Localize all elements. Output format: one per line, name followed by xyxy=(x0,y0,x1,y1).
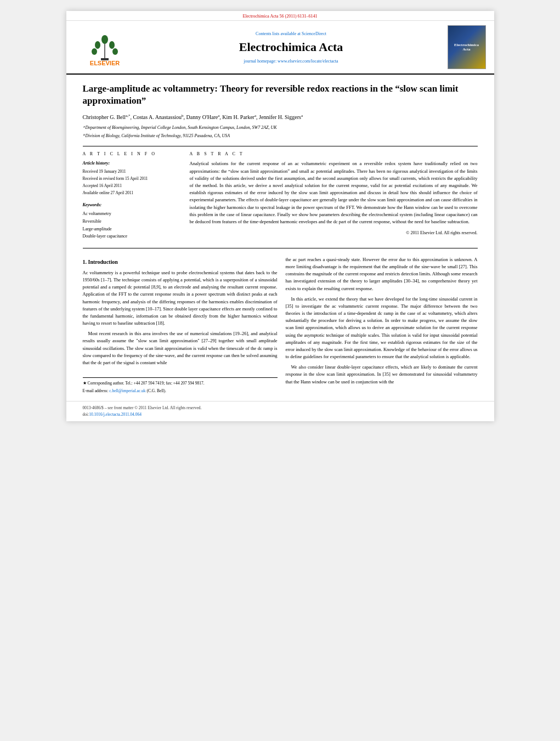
svg-point-6 xyxy=(112,48,118,55)
article-info-block: Article history: Received 19 January 201… xyxy=(83,160,182,196)
keywords-label: Keywords: xyxy=(83,202,182,208)
svg-point-4 xyxy=(109,41,115,49)
body-right-column: the ac part reaches a quasi-steady state… xyxy=(286,256,478,395)
keyword-3: Large-amplitude xyxy=(83,225,182,233)
article-content: Large-amplitude ac voltammetry: Theory f… xyxy=(66,75,494,246)
article-info-header: A R T I C L E I N F O xyxy=(83,151,182,157)
issn-line: 0013-4686/$ – see front matter © 2011 El… xyxy=(83,405,478,411)
copyright: © 2011 Elsevier Ltd. All rights reserved… xyxy=(190,230,478,236)
intro-para2: Most recent research in this area involv… xyxy=(83,330,278,366)
article-title: Large-amplitude ac voltammetry: Theory f… xyxy=(83,83,478,107)
intro-body-right: the ac part reaches a quasi-steady state… xyxy=(286,256,478,386)
header-area: ELSEVIER Contents lists available at Sci… xyxy=(66,21,494,75)
intro-para1: Ac voltammetry is a powerful technique u… xyxy=(83,269,278,327)
abstract-column: A B S T R A C T Analytical solutions for… xyxy=(190,151,478,240)
intro-body-left: Ac voltammetry is a powerful technique u… xyxy=(83,269,278,366)
journal-title: Electrochimica Acta xyxy=(239,39,343,56)
page: Electrochimica Acta 56 (2011) 6131–6141 … xyxy=(66,11,494,421)
authors: Christopher G. Bella,*, Costas A. Anasta… xyxy=(83,112,478,121)
body-divider xyxy=(83,248,478,248)
keyword-1: Ac voltammetry xyxy=(83,210,182,218)
doi-link[interactable]: 10.1016/j.electacta.2011.04.064 xyxy=(89,412,142,417)
keywords-block: Keywords: Ac voltammetry Reversible Larg… xyxy=(83,202,182,240)
svg-point-5 xyxy=(92,48,97,55)
email-name: (C.G. Bell). xyxy=(146,388,166,393)
top-banner: Electrochimica Acta 56 (2011) 6131–6141 xyxy=(66,11,494,21)
keywords-list: Ac voltammetry Reversible Large-amplitud… xyxy=(83,210,182,240)
history-label: Article history: xyxy=(83,160,182,167)
abstract-header: A B S T R A C T xyxy=(190,151,478,157)
elsevier-logo-svg: ELSEVIER xyxy=(75,30,135,65)
affil-b: ᵇ Division of Biology, California Instit… xyxy=(83,133,478,140)
email-link[interactable]: c.bell@imperial.ac.uk xyxy=(109,388,145,393)
sciencedirect-prefix: Contents lists available at xyxy=(256,31,301,36)
homepage-line: journal homepage: www.elsevier.com/locat… xyxy=(244,58,338,64)
body-left-column: 1. Introduction Ac voltammetry is a powe… xyxy=(83,256,278,395)
journal-cover: Electrochimica Acta xyxy=(448,25,486,69)
affil-a: ᵃ Department of Bioengineering, Imperial… xyxy=(83,125,478,132)
intro-title: 1. Introduction xyxy=(83,258,278,266)
homepage-link[interactable]: www.elsevier.com/locate/electacta xyxy=(278,59,338,64)
homepage-prefix: journal homepage: xyxy=(244,59,276,64)
elsevier-logo-container: ELSEVIER xyxy=(72,25,138,69)
intro-para4: In this article, we extend the theory th… xyxy=(286,296,478,361)
intro-para3: the ac part reaches a quasi-steady state… xyxy=(286,256,478,292)
cover-label: Electrochimica Acta xyxy=(450,43,483,52)
revised-date: Received in revised form 15 April 2011 xyxy=(83,176,182,183)
authors-text: Christopher G. Bella,*, Costas A. Anasta… xyxy=(83,114,303,120)
intro-para5: We also consider linear double-layer cap… xyxy=(286,364,478,386)
svg-point-3 xyxy=(95,41,100,49)
received-date: Received 19 January 2011 xyxy=(83,168,182,176)
sciencedirect-line: Contents lists available at ScienceDirec… xyxy=(256,31,326,37)
keyword-2: Reversible xyxy=(83,218,182,225)
svg-point-2 xyxy=(101,35,108,44)
accepted-date: Accepted 16 April 2011 xyxy=(83,183,182,190)
abstract-text: Analytical solutions for the current res… xyxy=(190,160,478,225)
keyword-4: Double-layer capacitance xyxy=(83,233,182,240)
available-date: Available online 27 April 2011 xyxy=(83,190,182,197)
journal-cover-container: Electrochimica Acta xyxy=(445,25,489,69)
article-info-column: A R T I C L E I N F O Article history: R… xyxy=(83,151,182,240)
header-center: Contents lists available at ScienceDirec… xyxy=(143,25,439,69)
info-abstract-columns: A R T I C L E I N F O Article history: R… xyxy=(83,151,478,240)
footnote-area: ★ Corresponding author. Tel.: +44 207 59… xyxy=(83,377,278,394)
doi-prefix: doi: xyxy=(83,412,89,417)
banner-text: Electrochimica Acta 56 (2011) 6131–6141 xyxy=(242,14,317,19)
svg-text:ELSEVIER: ELSEVIER xyxy=(89,60,119,65)
section-divider xyxy=(83,146,478,146)
sciencedirect-link[interactable]: ScienceDirect xyxy=(302,31,326,36)
footnote-email: E-mail address: c.bell@imperial.ac.uk (C… xyxy=(83,388,278,394)
main-body: 1. Introduction Ac voltammetry is a powe… xyxy=(66,251,494,401)
article-dates: Received 19 January 2011 Received in rev… xyxy=(83,168,182,196)
bottom-bar: 0013-4686/$ – see front matter © 2011 El… xyxy=(66,401,494,421)
footnote-star: ★ Corresponding author. Tel.: +44 207 59… xyxy=(83,380,278,387)
doi-line: doi:10.1016/j.electacta.2011.04.064 xyxy=(83,411,478,418)
affiliations: ᵃ Department of Bioengineering, Imperial… xyxy=(83,125,478,140)
email-label: E-mail address: xyxy=(83,388,109,393)
